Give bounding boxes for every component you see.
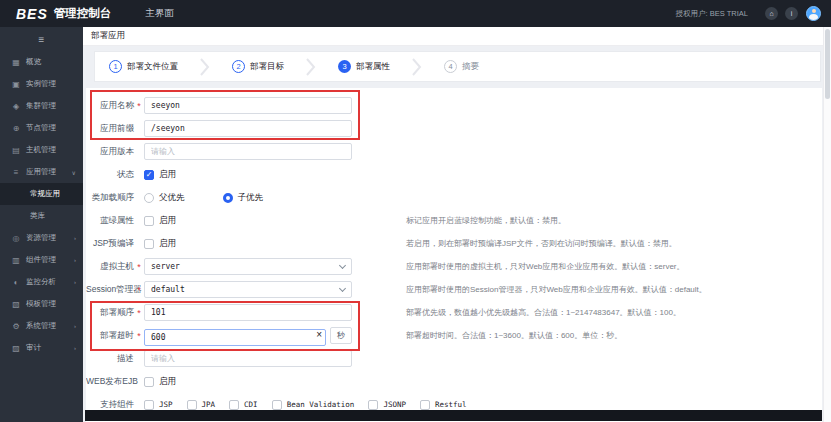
sidebar-item-regular-apps[interactable]: 常规应用 xyxy=(0,183,83,205)
app-prefix-input[interactable] xyxy=(144,120,352,137)
step-deploy-file-location[interactable]: 1 部署文件位置 xyxy=(109,60,178,73)
radio-child-first[interactable]: 子优先 xyxy=(223,192,264,204)
radio-icon-selected[interactable] xyxy=(223,193,233,203)
component-option-bean-validation[interactable]: Bean Validation xyxy=(272,400,355,410)
sidebar-item-label: 资源管理 xyxy=(26,233,56,243)
form-row-description: 描述 xyxy=(86,350,822,367)
component-option-jpa[interactable]: JPA xyxy=(187,400,216,410)
radio-parent-first[interactable]: 父优先 xyxy=(144,192,185,204)
tab-main-view[interactable]: 主界面 xyxy=(145,7,174,20)
sidebar-item-clusters[interactable]: ◈ 集群管理 xyxy=(0,95,83,117)
sidebar-item-applications[interactable]: ≡ 应用管理 ∨ xyxy=(0,161,83,183)
sidebar-item-system[interactable]: ⚙ 系统管理 › xyxy=(0,315,83,337)
host-icon: ▤ xyxy=(10,146,22,155)
bes-logo: BES xyxy=(16,6,48,22)
component-option-jsonp[interactable]: JSONP xyxy=(368,400,406,410)
page-title: 部署应用 xyxy=(91,30,125,42)
sidebar-item-nodes[interactable]: ⊕ 节点管理 xyxy=(0,117,83,139)
description-input[interactable] xyxy=(144,350,352,367)
sidebar-item-label: 节点管理 xyxy=(26,123,56,133)
scrollbar-track[interactable] xyxy=(823,27,831,422)
deploy-order-hint: 部署优先级，数值越小优先级越高。合法值：1~2147483647。默认值：100… xyxy=(406,307,681,318)
blue-green-checkbox[interactable] xyxy=(144,216,154,226)
radio-label: 父优先 xyxy=(159,192,185,204)
seconds-suffix: 秒 xyxy=(330,327,352,344)
bean-validation-checkbox[interactable] xyxy=(272,400,282,410)
blue-green-label: 蓝绿属性 xyxy=(86,215,134,227)
session-manager-select[interactable]: default xyxy=(144,281,352,298)
sidebar-item-components[interactable]: ▥ 组件管理 › xyxy=(0,249,83,271)
sidebar-item-instances[interactable]: ▣ 实例管理 xyxy=(0,73,83,95)
deploy-timeout-hint: 部署超时时间。合法值：1~3600。默认值：600。单位：秒。 xyxy=(406,330,622,341)
topbar-right: 授权用户: BES TRIAL ⌂ i xyxy=(676,6,821,21)
jsp-checkbox[interactable] xyxy=(144,400,154,410)
sidebar-item-templates[interactable]: ▧ 模板管理 xyxy=(0,293,83,315)
deploy-timeout-input[interactable] xyxy=(144,329,326,346)
sidebar-item-monitoring[interactable]: ◐ 监控分析 › xyxy=(0,271,83,293)
status-checkbox[interactable]: ✓ xyxy=(144,170,154,180)
sidebar-item-overview[interactable]: ▦ 概览 xyxy=(0,51,83,73)
step-deploy-target[interactable]: 2 部署目标 xyxy=(232,60,284,73)
status-label: 状态 xyxy=(86,169,134,181)
jsonp-checkbox[interactable] xyxy=(368,400,378,410)
info-icon[interactable]: i xyxy=(785,7,798,20)
app-version-input[interactable] xyxy=(144,143,352,160)
app-name-label: 应用名称 xyxy=(86,100,134,112)
app-version-label: 应用版本 xyxy=(86,146,134,158)
sidebar-item-label: 主机管理 xyxy=(26,145,56,155)
component-label: JPA xyxy=(202,400,216,409)
required-asterisk: * xyxy=(134,285,144,295)
virtual-host-value: server xyxy=(151,262,340,271)
step-label: 摘要 xyxy=(462,61,479,73)
chevron-right-icon: › xyxy=(74,235,76,241)
component-option-cdi[interactable]: CDI xyxy=(229,400,258,410)
sidebar-item-hosts[interactable]: ▤ 主机管理 xyxy=(0,139,83,161)
sidebar-item-label: 审计 xyxy=(26,343,41,353)
form-row-app-version: 应用版本 xyxy=(86,143,822,160)
component-label: Restful xyxy=(435,400,467,409)
step-deploy-properties[interactable]: 3 部署属性 xyxy=(338,60,390,73)
form-row-class-load-order: 类加载顺序 父优先 子优先 xyxy=(86,189,822,206)
sidebar-collapse-icon[interactable]: ≡ xyxy=(0,27,83,51)
web-ejb-checkbox[interactable] xyxy=(144,377,154,387)
sidebar-item-class-library[interactable]: 类库 xyxy=(0,205,83,227)
user-avatar[interactable] xyxy=(806,6,821,21)
sidebar-item-label: 监控分析 xyxy=(26,277,56,287)
chevron-down-icon xyxy=(339,285,346,292)
sidebar-item-label: 系统管理 xyxy=(26,321,56,331)
web-ejb-label: WEB发布EJB xyxy=(86,376,134,388)
virtual-host-hint: 应用部署时使用的虚拟主机，只对Web应用和企业应用有效。默认值：server。 xyxy=(406,261,685,272)
chevron-right-icon: › xyxy=(74,345,76,351)
template-icon: ▧ xyxy=(10,300,22,309)
app-name-input[interactable] xyxy=(144,97,352,114)
jsp-precompile-checkbox[interactable] xyxy=(144,239,154,249)
required-asterisk: * xyxy=(134,262,144,272)
step-summary[interactable]: 4 摘要 xyxy=(444,60,479,73)
restful-checkbox[interactable] xyxy=(420,400,430,410)
scrollbar-thumb[interactable] xyxy=(825,29,830,99)
sidebar: ≡ ▦ 概览 ▣ 实例管理 ◈ 集群管理 ⊕ 节点管理 ▤ 主机管理 ≡ 应用管… xyxy=(0,27,83,422)
step-number: 2 xyxy=(232,60,245,73)
blue-green-hint: 标记应用开启蓝绿控制功能，默认值：禁用。 xyxy=(406,215,566,226)
cdi-checkbox[interactable] xyxy=(229,400,239,410)
step-label: 部署文件位置 xyxy=(127,61,178,73)
virtual-host-select[interactable]: server xyxy=(144,258,352,275)
component-option-jsp[interactable]: JSP xyxy=(144,400,173,410)
clear-input-icon[interactable]: × xyxy=(316,328,322,341)
blue-green-option-label: 启用 xyxy=(159,215,176,227)
step-number: 3 xyxy=(338,60,351,73)
step-separator xyxy=(306,58,316,76)
sidebar-item-label: 模板管理 xyxy=(26,299,56,309)
sidebar-item-resources[interactable]: ◎ 资源管理 › xyxy=(0,227,83,249)
form-row-session-manager: Session管理器 * default 应用部署时使用的Session管理器，… xyxy=(86,281,822,298)
component-option-restful[interactable]: Restful xyxy=(420,400,467,410)
step-number: 1 xyxy=(109,60,122,73)
sidebar-item-audit[interactable]: ▨ 审计 › xyxy=(0,337,83,359)
deploy-order-input[interactable] xyxy=(144,304,352,321)
home-icon[interactable]: ⌂ xyxy=(765,7,778,20)
instance-icon: ▣ xyxy=(10,80,22,89)
sidebar-item-label: 概览 xyxy=(26,57,41,67)
class-load-order-label: 类加载顺序 xyxy=(86,192,134,204)
jpa-checkbox[interactable] xyxy=(187,400,197,410)
radio-icon[interactable] xyxy=(144,193,154,203)
